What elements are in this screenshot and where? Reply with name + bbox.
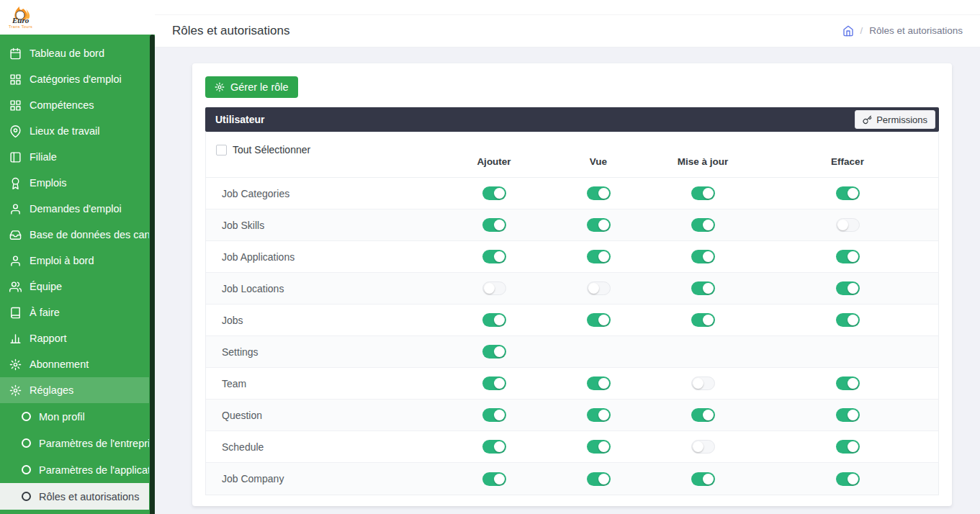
sidebar-item-rapport[interactable]: Rapport [0,325,149,351]
manage-role-button[interactable]: Gérer le rôle [205,76,298,98]
sidebar-item-reglages[interactable]: Réglages [0,377,149,403]
toggle-knob [848,441,858,452]
toggle-mise-a-jour[interactable] [691,281,715,295]
toggle-effacer[interactable] [836,186,860,200]
cell-vue [548,273,649,304]
toggle-effacer[interactable] [836,408,860,422]
gear-icon [9,384,22,397]
sidebar-item-filiale[interactable]: Filiale [0,144,149,170]
toggle-mise-a-jour[interactable] [691,250,715,263]
toggle-mise-a-jour[interactable] [691,218,715,232]
permission-row-team: Team [206,368,938,400]
sidebar-item-demandes-d-emploi[interactable]: Demandes d'emploi [0,196,149,222]
sidebar-item-tableau-de-bord[interactable]: Tableau de bord [0,40,149,66]
toggle-knob [703,188,714,199]
toggle-vue[interactable] [587,313,611,327]
permission-row-label: Schedule [206,431,440,462]
toggle-vue[interactable] [587,218,611,232]
toggle-ajouter[interactable] [482,313,506,327]
toggle-ajouter[interactable] [482,472,506,486]
toggle-vue[interactable] [587,377,611,390]
toggle-effacer[interactable] [836,472,860,486]
toggle-mise-a-jour[interactable] [691,472,715,486]
toggle-mise-a-jour[interactable] [691,186,715,200]
toggle-knob [848,188,858,199]
sidebar-scrollbar[interactable] [150,35,155,514]
brand-logo[interactable]: Euro Trans Tours [9,5,32,30]
toggle-knob [494,441,505,452]
toggle-mise-a-jour[interactable] [691,377,715,390]
toggle-effacer[interactable] [836,313,860,327]
cell-vue [548,431,649,462]
toggle-effacer[interactable] [836,250,860,263]
cell-mise-a-jour [649,209,757,240]
logo-area: Euro Trans Tours [0,0,155,35]
sidebar-item-lieux-de-travail[interactable]: Lieux de travail [0,118,149,144]
toggle-knob [848,378,858,389]
cell-ajouter [440,241,548,272]
sidebar-item-categories-d-emploi[interactable]: Catégories d'emploi [0,66,149,92]
toggle-mise-a-jour[interactable] [691,440,715,454]
toggle-vue[interactable] [587,472,611,486]
book-icon [9,307,22,319]
toggle-mise-a-jour[interactable] [691,408,715,422]
toggle-knob [494,315,505,325]
sidebar-item-emploi-a-bord[interactable]: Emploi à bord [0,248,149,274]
toggle-knob [848,474,858,484]
toggle-vue[interactable] [587,408,611,422]
permissions-button[interactable]: Permissions [855,110,935,129]
breadcrumb-separator: / [860,25,863,36]
page-title: Rôles et autorisations [172,24,289,38]
toggle-effacer[interactable] [836,440,860,454]
select-all-checkbox[interactable] [216,145,227,155]
home-icon[interactable] [842,25,854,37]
cell-mise-a-jour [649,241,757,272]
sidebar-subitem-mon-profil[interactable]: Mon profil [0,403,149,430]
role-header-bar: Utilisateur Permissions [205,107,939,132]
cell-vue [548,305,649,335]
sidebar-subitem-parametres-de-l-entreprise[interactable]: Paramètres de l'entreprise [0,430,149,456]
sidebar-item-a-faire[interactable]: À faire [0,299,149,325]
column-header-mise-a-jour: Mise à jour [649,132,757,177]
sidebar-nav: Tableau de bordCatégories d'emploiCompét… [0,35,155,514]
toggle-ajouter[interactable] [482,377,506,390]
toggle-ajouter[interactable] [482,345,506,359]
toggle-ajouter[interactable] [482,440,506,454]
toggle-effacer[interactable] [836,218,860,232]
toggle-knob [703,251,714,262]
radio-bullet-icon [22,465,31,474]
toggle-effacer[interactable] [836,281,860,295]
toggle-vue[interactable] [587,440,611,454]
toggle-ajouter[interactable] [482,408,506,422]
toggle-knob [598,251,609,262]
sidebar-item-equipe[interactable]: Équipe [0,274,149,299]
grid-icon [9,99,22,112]
toggle-knob [598,441,609,452]
toggle-vue[interactable] [587,186,611,200]
sidebar-item-abonnement[interactable]: Abonnement [0,351,149,377]
toggle-knob [703,474,714,484]
sidebar-subitem-roles-et-autorisations[interactable]: Rôles et autorisations [0,483,149,510]
permission-row-job-applications: Job Applications [206,241,938,273]
cell-ajouter [440,273,548,304]
toggle-ajouter[interactable] [482,186,506,200]
toggle-ajouter[interactable] [482,281,506,295]
toggle-vue[interactable] [587,281,611,295]
sidebar-subitem-parametres-de-l-application[interactable]: Paramètres de l'application [0,456,149,483]
sidebar-item-emplois[interactable]: Emplois [0,170,149,196]
radio-bullet-icon [22,438,31,448]
permission-row-question: Question [206,400,938,431]
toggle-vue[interactable] [587,250,611,263]
toggle-knob [703,410,714,420]
toggle-mise-a-jour[interactable] [691,313,715,327]
cell-effacer [757,241,938,272]
permission-row-label: Job Locations [206,273,440,304]
toggle-knob [848,410,858,420]
sidebar-item-base-de-donnees-des-cand[interactable]: Base de données des cand [0,222,149,248]
sidebar-item-competences[interactable]: Compétences [0,92,149,118]
gear-icon [9,359,22,371]
toggle-ajouter[interactable] [482,250,506,263]
toggle-knob [848,283,858,294]
toggle-effacer[interactable] [836,377,860,390]
toggle-ajouter[interactable] [482,218,506,232]
